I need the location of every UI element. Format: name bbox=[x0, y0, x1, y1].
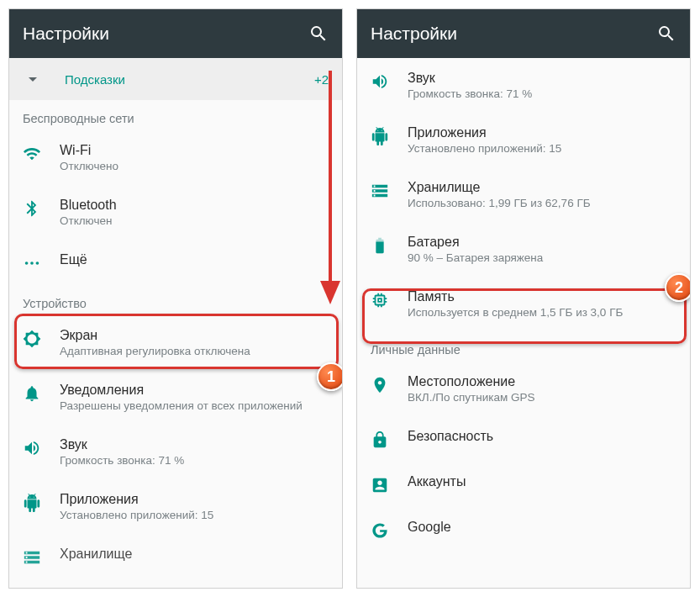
section-personal: Личные данные bbox=[357, 331, 690, 362]
battery-icon bbox=[371, 235, 408, 255]
location-icon bbox=[371, 374, 408, 394]
item-title: Память bbox=[408, 289, 676, 304]
search-icon[interactable] bbox=[656, 24, 676, 44]
section-device: Устройство bbox=[9, 285, 342, 315]
item-title: Местоположение bbox=[408, 374, 676, 389]
volume-icon bbox=[371, 71, 408, 91]
hints-row[interactable]: Подсказки +2 bbox=[9, 58, 342, 100]
item-battery[interactable]: Батарея 90 % – Батарея заряжена bbox=[357, 222, 690, 277]
item-wifi[interactable]: Wi-Fi Отключено bbox=[9, 130, 342, 185]
item-sound[interactable]: Звук Громкость звонка: 71 % bbox=[9, 425, 342, 479]
appbar-title: Настройки bbox=[371, 24, 457, 44]
item-sub: Отключен bbox=[60, 214, 329, 227]
item-display[interactable]: Экран Адаптивная регулировка отключена bbox=[9, 315, 342, 370]
item-sub: ВКЛ./По спутникам GPS bbox=[408, 391, 676, 404]
item-title: Уведомления bbox=[60, 383, 329, 398]
hints-label: Подсказки bbox=[65, 72, 314, 87]
item-google[interactable]: Google bbox=[357, 507, 690, 552]
search-icon[interactable] bbox=[308, 24, 329, 44]
item-title: Хранилище bbox=[408, 180, 676, 195]
item-security[interactable]: Безопасность bbox=[357, 416, 690, 462]
brightness-icon bbox=[23, 328, 60, 348]
item-title: Безопасность bbox=[408, 429, 676, 444]
item-storage[interactable]: Хранилище Использовано: 1,99 ГБ из 62,76… bbox=[357, 167, 690, 222]
item-location[interactable]: Местоположение ВКЛ./По спутникам GPS bbox=[357, 362, 690, 416]
item-sound[interactable]: Звук Громкость звонка: 71 % bbox=[357, 58, 690, 113]
volume-icon bbox=[23, 437, 60, 457]
settings-pane-left: Настройки Подсказки +2 Беспроводные сети… bbox=[8, 8, 343, 589]
item-sub: Громкость звонка: 71 % bbox=[60, 454, 329, 467]
item-accounts[interactable]: Аккаунты bbox=[357, 462, 690, 507]
item-title: Звук bbox=[60, 437, 329, 452]
item-bluetooth[interactable]: Bluetooth Отключен bbox=[9, 185, 342, 240]
item-sub: Установлено приложений: 15 bbox=[60, 509, 329, 521]
lock-icon bbox=[371, 429, 408, 449]
item-sub: 90 % – Батарея заряжена bbox=[408, 251, 676, 264]
google-icon bbox=[371, 520, 408, 540]
item-sub: Разрешены уведомления от всех приложений bbox=[60, 399, 329, 412]
item-apps[interactable]: Приложения Установлено приложений: 15 bbox=[357, 113, 690, 167]
android-icon bbox=[23, 492, 60, 512]
item-title: Bluetooth bbox=[60, 198, 329, 213]
settings-pane-right: Настройки Звук Громкость звонка: 71 % Пр… bbox=[356, 8, 691, 589]
appbar: Настройки bbox=[357, 9, 690, 58]
item-title: Батарея bbox=[408, 235, 676, 250]
item-title: Звук bbox=[408, 71, 676, 86]
item-sub: Используется в среднем 1,5 ГБ из 3,0 ГБ bbox=[408, 306, 676, 319]
wifi-icon bbox=[23, 143, 60, 163]
item-sub: Использовано: 1,99 ГБ из 62,76 ГБ bbox=[408, 197, 676, 209]
item-sub: Отключено bbox=[60, 160, 329, 172]
bluetooth-icon bbox=[23, 198, 60, 218]
section-wireless: Беспроводные сети bbox=[9, 100, 342, 130]
item-title: Приложения bbox=[60, 492, 329, 507]
item-title: Ещё bbox=[60, 252, 329, 267]
item-title: Wi-Fi bbox=[60, 143, 329, 158]
item-title: Аккаунты bbox=[408, 474, 676, 489]
bell-icon bbox=[23, 383, 60, 403]
appbar-title: Настройки bbox=[23, 24, 109, 44]
item-title: Google bbox=[408, 520, 676, 535]
item-memory[interactable]: Память Используется в среднем 1,5 ГБ из … bbox=[357, 277, 690, 331]
hints-count: +2 bbox=[314, 72, 329, 87]
item-sub: Адаптивная регулировка отключена bbox=[60, 345, 329, 357]
item-more[interactable]: Ещё bbox=[9, 240, 342, 285]
storage-icon bbox=[371, 180, 408, 200]
chevron-down-icon bbox=[23, 69, 43, 89]
item-title: Приложения bbox=[408, 125, 676, 140]
memory-icon bbox=[371, 289, 408, 309]
item-sub: Громкость звонка: 71 % bbox=[408, 87, 676, 100]
android-icon bbox=[371, 125, 408, 145]
appbar: Настройки bbox=[9, 9, 342, 58]
item-storage-partial[interactable]: Хранилище bbox=[9, 534, 342, 579]
storage-icon bbox=[23, 547, 60, 567]
item-title: Экран bbox=[60, 328, 329, 343]
item-sub: Установлено приложений: 15 bbox=[408, 142, 676, 155]
item-title: Хранилище bbox=[60, 547, 329, 562]
dots-icon bbox=[23, 252, 60, 272]
account-icon bbox=[371, 474, 408, 494]
item-apps[interactable]: Приложения Установлено приложений: 15 bbox=[9, 479, 342, 534]
item-notifications[interactable]: Уведомления Разрешены уведомления от все… bbox=[9, 370, 342, 425]
